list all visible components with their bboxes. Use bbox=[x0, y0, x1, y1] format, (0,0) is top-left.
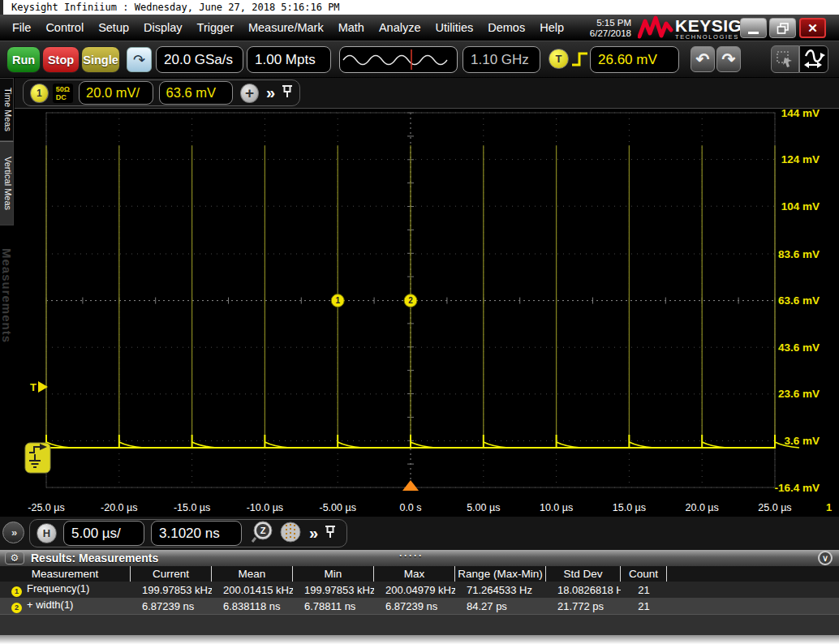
horizontal-position-field[interactable]: 3.1020 ns bbox=[151, 521, 242, 546]
menu-item-display[interactable]: Display bbox=[136, 21, 190, 34]
cell-measurement: 1Frequency(1) bbox=[0, 582, 131, 597]
main-toolbar: Run Stop Single ↷ 20.0 GSa/s 1.00 Mpts 1… bbox=[0, 41, 839, 78]
svg-text:Z: Z bbox=[260, 526, 266, 535]
pin-icon[interactable] bbox=[282, 84, 293, 102]
menu-item-analyze[interactable]: Analyze bbox=[372, 21, 428, 34]
column-header-min[interactable]: Min bbox=[293, 566, 374, 582]
x-axis-label: -15.0 µs bbox=[174, 502, 210, 513]
keysight-spark-icon bbox=[638, 15, 673, 43]
waveform-drag-button[interactable] bbox=[799, 45, 828, 73]
window-bottom-edge bbox=[0, 635, 839, 644]
channel1-ground-marker[interactable] bbox=[25, 443, 50, 473]
close-button[interactable]: ✕ bbox=[799, 18, 826, 38]
trigger-level-field[interactable]: 26.60 mV bbox=[590, 46, 679, 73]
plus-icon: + bbox=[245, 84, 254, 102]
menu-item-measure-mark[interactable]: Measure/Mark bbox=[241, 21, 331, 34]
restore-button[interactable] bbox=[769, 18, 796, 38]
results-title: Results: Measurements bbox=[31, 552, 158, 565]
marker-1[interactable]: 1 bbox=[331, 294, 344, 307]
channel1-offset-field[interactable]: 63.6 mV bbox=[159, 81, 233, 105]
column-header-count[interactable]: Count bbox=[621, 566, 667, 582]
column-header-std-dev[interactable]: Std Dev bbox=[546, 566, 621, 582]
x-axis-label: -25.0 µs bbox=[28, 502, 64, 513]
menu-item-file[interactable]: File bbox=[5, 21, 38, 34]
tab-vertical-meas[interactable]: Vertical Meas bbox=[0, 141, 14, 225]
cell-count: 21 bbox=[621, 600, 667, 612]
undo-button[interactable]: ↶ bbox=[691, 46, 715, 72]
coupling-mode: DC bbox=[56, 93, 70, 101]
table-row[interactable]: 1Frequency(1)199.97853 kHz200.01415 kHz1… bbox=[0, 582, 839, 598]
memory-depth-field[interactable]: 1.00 Mpts bbox=[247, 46, 331, 73]
tab-time-meas[interactable]: Time Meas bbox=[0, 78, 14, 141]
cell-std-dev: 18.0826818 H bbox=[546, 584, 621, 596]
cell-measurement: 2+ width(1) bbox=[0, 599, 131, 613]
bandwidth-field[interactable]: 1.10 GHz bbox=[463, 46, 540, 73]
close-icon: ✕ bbox=[807, 21, 818, 36]
add-channel-button[interactable]: + bbox=[240, 84, 259, 103]
marker-2[interactable]: 2 bbox=[404, 294, 417, 307]
trigger-level-label: T bbox=[30, 381, 37, 393]
channel1-scale-field[interactable]: 20.0 mV/ bbox=[79, 81, 153, 105]
dock-expand-button[interactable]: » bbox=[2, 522, 24, 543]
x-axis-label: 5.00 µs bbox=[467, 502, 500, 513]
results-drag-dots[interactable]: ····· bbox=[399, 550, 424, 561]
measurement-badge: 2 bbox=[11, 603, 22, 613]
acquisition-preview[interactable] bbox=[339, 46, 458, 73]
redo-button[interactable]: ↷ bbox=[716, 46, 741, 72]
x-axis-label: 0.0 s bbox=[399, 502, 421, 513]
results-settings-button[interactable]: ⚙ bbox=[5, 552, 24, 565]
menu-item-help[interactable]: Help bbox=[532, 21, 571, 34]
column-header-measurement[interactable]: Measurement bbox=[0, 566, 131, 582]
expand-chevrons-icon[interactable]: » bbox=[266, 84, 273, 102]
window-title: Keysight Infiniium : Wednesday, June 27,… bbox=[0, 0, 839, 15]
gear-icon: ⚙ bbox=[11, 552, 19, 564]
column-header-mean[interactable]: Mean bbox=[212, 566, 293, 582]
measurement-name: + width(1) bbox=[27, 599, 73, 611]
channel1-badge[interactable]: 1 bbox=[30, 84, 49, 103]
x-axis-label: 15.0 µs bbox=[613, 502, 646, 513]
horizontal-badge[interactable]: H bbox=[37, 523, 57, 543]
scope-graticule[interactable]: T 1 2144 mV124 mV104 mV83.6 mV63.6 mV43.… bbox=[15, 109, 839, 517]
single-button[interactable]: Single bbox=[81, 46, 120, 73]
results-collapse-button[interactable]: ∨ bbox=[818, 551, 833, 565]
column-header-current[interactable]: Current bbox=[131, 566, 212, 582]
measurement-badge: 1 bbox=[11, 586, 22, 597]
run-button[interactable]: Run bbox=[6, 46, 41, 73]
collapse-chevron-icon: ∨ bbox=[822, 553, 828, 564]
menu-item-setup[interactable]: Setup bbox=[91, 21, 136, 34]
trigger-badge[interactable]: T bbox=[549, 49, 569, 69]
display-mode-button[interactable] bbox=[279, 521, 302, 547]
y-axis-label: 144 mV bbox=[781, 109, 820, 119]
minimize-button[interactable] bbox=[740, 18, 767, 38]
sample-rate-field[interactable]: 20.0 GSa/s bbox=[156, 46, 243, 73]
table-header-row: MeasurementCurrentMeanMinMaxRange (Max-M… bbox=[0, 566, 839, 582]
x-axis-label: -5.00 µs bbox=[319, 502, 355, 513]
column-header-max[interactable]: Max bbox=[374, 566, 455, 582]
timebase-field[interactable]: 5.00 µs/ bbox=[63, 521, 144, 546]
touch-button[interactable]: ↷ bbox=[127, 47, 152, 72]
left-dock: Time Meas Vertical Meas Measurements bbox=[0, 78, 15, 550]
menu-item-trigger[interactable]: Trigger bbox=[190, 21, 241, 34]
svg-text:1: 1 bbox=[335, 296, 340, 305]
y-axis-label: 124 mV bbox=[781, 153, 820, 165]
pin-icon[interactable] bbox=[325, 525, 336, 543]
stop-button[interactable]: Stop bbox=[42, 46, 80, 73]
cell-min: 6.78811 ns bbox=[293, 600, 374, 612]
marquee-cursor-icon bbox=[775, 49, 796, 70]
application-window: Keysight Infiniium : Wednesday, June 27,… bbox=[0, 0, 839, 644]
marquee-select-button[interactable] bbox=[771, 45, 799, 73]
measurement-name: Frequency(1) bbox=[27, 582, 89, 595]
cell-std-dev: 21.772 ps bbox=[546, 600, 621, 612]
cell-range-max-min-: 84.27 ps bbox=[455, 600, 546, 612]
menu-item-control[interactable]: Control bbox=[38, 21, 91, 34]
column-header-range-max-min-[interactable]: Range (Max-Min) bbox=[455, 566, 546, 582]
menu-item-utilities[interactable]: Utilities bbox=[428, 21, 480, 34]
channel1-coupling[interactable]: 50Ω DC bbox=[53, 84, 73, 103]
expand-chevrons-icon[interactable]: » bbox=[309, 524, 316, 543]
menu-item-demos[interactable]: Demos bbox=[480, 21, 532, 34]
horizontal-bar: » H 5.00 µs/ 3.1020 ns Z bbox=[0, 517, 839, 550]
menu-item-math[interactable]: Math bbox=[331, 21, 372, 34]
table-row[interactable]: 2+ width(1)6.87239 ns6.838118 ns6.78811 … bbox=[0, 598, 839, 614]
zoom-button[interactable]: Z bbox=[252, 520, 274, 547]
waveform-display[interactable]: T 1 2144 mV124 mV104 mV83.6 mV63.6 mV43.… bbox=[15, 108, 839, 517]
